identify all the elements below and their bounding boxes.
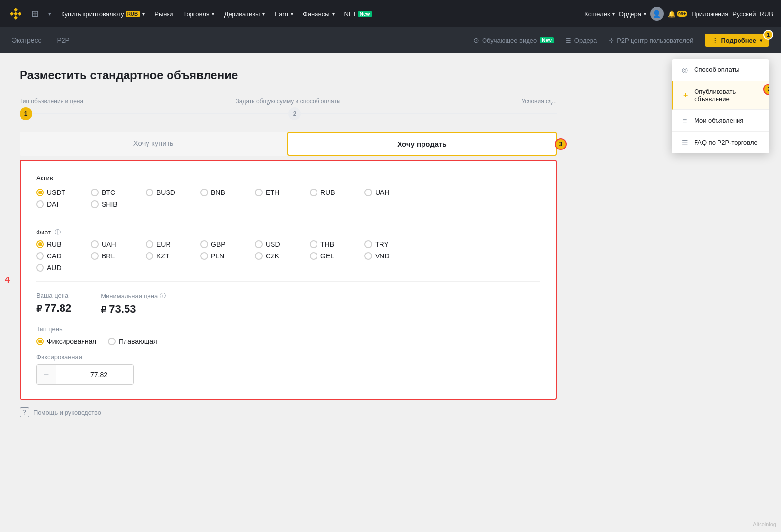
nav-applications[interactable]: Приложения [691,10,728,18]
asset-busd-radio[interactable] [146,189,153,196]
sell-tab[interactable]: Хочу продать [287,132,557,156]
user-avatar[interactable]: 👤 [650,7,664,21]
fiat-try[interactable]: TRY [364,240,403,248]
asset-bnb-label: BNB [211,189,225,196]
asset-dai[interactable]: DAI [36,200,75,208]
faq-icon: ☰ [680,139,689,147]
logo[interactable] [8,6,23,21]
fiat-try-radio[interactable] [364,240,372,248]
fiat-usd-radio[interactable] [255,240,263,248]
fiat-gel-radio[interactable] [310,252,317,260]
fiat-gel[interactable]: GEL [310,252,349,260]
payment-icon: ◎ [680,66,689,74]
fiat-uah-label: UAH [102,240,116,248]
nav-wallet[interactable]: Кошелек ▾ [584,10,615,18]
fiat-eur[interactable]: EUR [146,240,185,248]
fiat-brl-radio[interactable] [91,252,99,260]
nav-markets[interactable]: Рынки [150,10,177,18]
asset-rub[interactable]: RUB [310,189,349,196]
fiat-cad[interactable]: CAD [36,252,75,260]
subnav-tutorial[interactable]: ⊙ Обучающее видео New [473,36,554,44]
fiat-usd[interactable]: USD [255,240,294,248]
asset-uah-radio[interactable] [364,189,372,196]
asset-bnb-radio[interactable] [200,189,208,196]
fiat-gbp-radio[interactable] [200,240,208,248]
fiat-uah-radio[interactable] [91,240,99,248]
subnav-p2p[interactable]: P2P [57,34,70,46]
fiat-gbp[interactable]: GBP [200,240,239,248]
nav-nft[interactable]: NFT New [340,10,376,18]
asset-shib-radio[interactable] [91,200,99,208]
nav-currency[interactable]: RUB [760,10,773,18]
chevron-orders: ▾ [644,11,646,17]
more-button[interactable]: ⋮ Подробнее ▾ 1 [705,34,769,47]
fixed-radio[interactable] [36,338,44,345]
subnav-p2p-center[interactable]: ⊹ P2P центр пользователей [609,37,693,44]
chevron-icon-apps[interactable]: ▾ [44,11,55,17]
notifications-button[interactable]: 🔔 99+ [668,10,687,18]
fiat-cad-radio[interactable] [36,252,44,260]
dropdown-payment-method[interactable]: ◎ Способ оплаты [672,59,769,81]
fiat-kzt[interactable]: KZT [146,252,185,260]
fiat-thb[interactable]: THB [310,240,349,248]
asset-eth[interactable]: ETH [255,189,294,196]
apps-grid-icon[interactable]: ⊞ [29,6,41,21]
fiat-vnd[interactable]: VND [364,252,403,260]
chevron-finance: ▾ [332,11,335,17]
dropdown-my-ads[interactable]: ≡ Мои объявления [672,110,769,132]
asset-rub-radio[interactable] [310,189,317,196]
nav-language[interactable]: Русский [732,10,756,18]
buy-tab[interactable]: Хочу купить [20,132,287,156]
fixed-value-input[interactable] [56,371,134,379]
asset-bnb[interactable]: BNB [200,189,239,196]
fiat-uah[interactable]: UAH [91,240,130,248]
subnav-express[interactable]: Экспресс [12,34,42,46]
nav-derivatives[interactable]: Деривативы ▾ [220,10,269,18]
fiat-brl[interactable]: BRL [91,252,130,260]
fiat-kzt-radio[interactable] [146,252,153,260]
asset-busd[interactable]: BUSD [146,189,185,196]
asset-radio-group-2: DAI SHIB [36,200,540,208]
step-label-3: Условия сд... [378,98,557,105]
fiat-aud[interactable]: AUD [36,264,75,272]
fiat-pln[interactable]: PLN [200,252,239,260]
fiat-rub-radio[interactable] [36,240,44,248]
more-dots-icon: ⋮ [712,37,718,44]
asset-usdt[interactable]: USDT [36,189,75,196]
subnav-orders[interactable]: ☰ Ордера [566,37,597,44]
asset-usdt-radio[interactable] [36,189,44,196]
price-type-float[interactable]: Плавающая [108,338,157,345]
dropdown-faq[interactable]: ☰ FAQ по P2P-торговле [672,132,769,153]
asset-btc[interactable]: BTC [91,189,130,196]
fiat-aud-radio[interactable] [36,264,44,272]
fiat-rub[interactable]: RUB [36,240,75,248]
dropdown-publish[interactable]: + Опубликовать объявление [672,81,769,110]
fiat-eur-radio[interactable] [146,240,153,248]
nav-earn[interactable]: Earn ▾ [271,10,296,18]
orders-icon: ☰ [566,37,571,44]
fiat-thb-radio[interactable] [310,240,317,248]
nav-finance[interactable]: Финансы ▾ [299,10,338,18]
more-dropdown-container: ⋮ Подробнее ▾ 1 2 ◎ Способ оплаты + Опуб… [705,34,769,47]
fiat-pln-radio[interactable] [200,252,208,260]
nav-orders[interactable]: Ордера ▾ [619,10,646,18]
nav-buy-crypto[interactable]: Купить криптовалюту RUB ▾ [57,10,148,18]
asset-dai-radio[interactable] [36,200,44,208]
asset-uah-label: UAH [375,189,390,196]
fiat-czk[interactable]: CZK [255,252,294,260]
fiat-czk-radio[interactable] [255,252,263,260]
footer-help[interactable]: ? Помощь и руководство [20,400,557,425]
nav-trade[interactable]: Торговля ▾ [179,10,218,18]
asset-eth-radio[interactable] [255,189,263,196]
asset-uah[interactable]: UAH [364,189,403,196]
decrement-button[interactable]: − [37,365,56,384]
asset-shib[interactable]: SHIB [91,200,130,208]
min-price-label: Минимальная цена ⓘ [101,292,166,300]
fiat-aud-label: AUD [47,264,62,272]
min-price-info-icon[interactable]: ⓘ [160,292,166,300]
float-radio[interactable] [108,338,116,345]
fiat-vnd-radio[interactable] [364,252,372,260]
asset-btc-radio[interactable] [91,189,99,196]
price-type-fixed[interactable]: Фиксированная [36,338,96,345]
fiat-info-icon[interactable]: ⓘ [55,228,61,236]
